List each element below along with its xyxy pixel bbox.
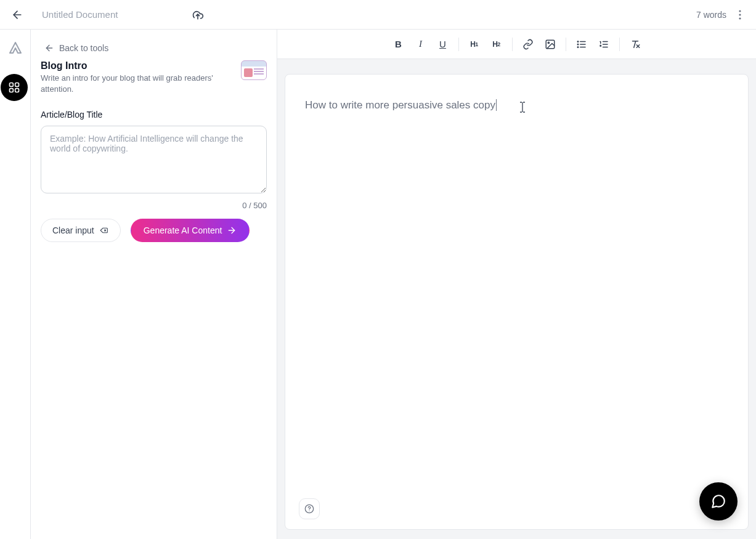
bullet-list-button[interactable]	[571, 34, 592, 55]
svg-point-18	[577, 41, 579, 42]
generate-button[interactable]: Generate AI Content	[131, 219, 250, 242]
underline-button[interactable]: U	[433, 34, 453, 55]
document-canvas[interactable]: How to write more persuasive sales copy	[285, 74, 749, 530]
bullet-list-icon	[576, 39, 587, 50]
svg-point-2	[739, 10, 741, 12]
h2-button[interactable]: H2	[486, 34, 507, 55]
tool-icon	[241, 60, 267, 80]
svg-rect-8	[15, 89, 18, 92]
backspace-icon	[99, 225, 109, 235]
svg-rect-5	[9, 83, 13, 87]
h1-button[interactable]: H1	[464, 34, 485, 55]
more-menu-button[interactable]	[734, 9, 746, 21]
field-label: Article/Blog Title	[41, 110, 267, 120]
brand-logo-icon	[8, 41, 23, 55]
bold-button[interactable]: B	[388, 34, 409, 55]
chat-fab[interactable]	[699, 482, 738, 521]
toolbar-separator	[566, 38, 566, 51]
help-icon	[304, 504, 314, 514]
apps-grid-button[interactable]	[1, 74, 28, 101]
ordered-list-icon	[598, 39, 609, 50]
svg-point-14	[548, 42, 549, 43]
svg-point-19	[577, 44, 579, 45]
clear-input-button[interactable]: Clear input	[41, 219, 121, 242]
toolbar-separator	[619, 38, 620, 51]
link-button[interactable]	[518, 34, 539, 55]
tool-sidebar: Back to tools Blog Intro Write an intro …	[31, 30, 277, 539]
back-to-tools-link[interactable]: Back to tools	[41, 41, 267, 60]
tool-desc: Write an intro for your blog that will g…	[41, 73, 226, 95]
ordered-list-button[interactable]	[593, 34, 614, 55]
arrow-left-icon	[44, 43, 54, 53]
tool-name: Blog Intro	[41, 60, 234, 71]
clear-format-icon	[630, 39, 641, 50]
image-icon	[545, 39, 556, 50]
left-rail	[0, 30, 31, 539]
editor-pane: B I U H1 H2	[277, 30, 756, 539]
arrow-right-icon	[227, 225, 237, 235]
image-button[interactable]	[540, 34, 561, 55]
clear-format-button[interactable]	[625, 34, 646, 55]
help-button[interactable]	[299, 498, 320, 519]
back-button[interactable]	[10, 7, 25, 22]
format-toolbar: B I U H1 H2	[277, 30, 756, 59]
toolbar-separator	[512, 38, 513, 51]
clear-label: Clear input	[52, 225, 94, 235]
link-icon	[522, 39, 534, 50]
cloud-sync-icon[interactable]	[192, 9, 204, 21]
text-cursor-icon	[519, 102, 526, 113]
svg-rect-6	[15, 83, 18, 87]
word-count: 7 words	[696, 10, 726, 20]
toolbar-separator	[458, 38, 459, 51]
title-input[interactable]	[41, 126, 267, 193]
chat-icon	[710, 493, 726, 509]
svg-point-3	[739, 14, 741, 15]
back-to-tools-label: Back to tools	[59, 43, 108, 53]
italic-button[interactable]: I	[410, 34, 431, 55]
svg-point-20	[577, 46, 579, 47]
char-counter: 0 / 500	[41, 201, 267, 210]
editor-content[interactable]: How to write more persuasive sales copy	[305, 99, 728, 111]
generate-label: Generate AI Content	[144, 225, 222, 235]
app-header: Untitled Document 7 words	[0, 0, 756, 30]
svg-rect-7	[9, 89, 13, 92]
svg-point-4	[739, 17, 741, 19]
doc-title[interactable]: Untitled Document	[42, 9, 118, 20]
